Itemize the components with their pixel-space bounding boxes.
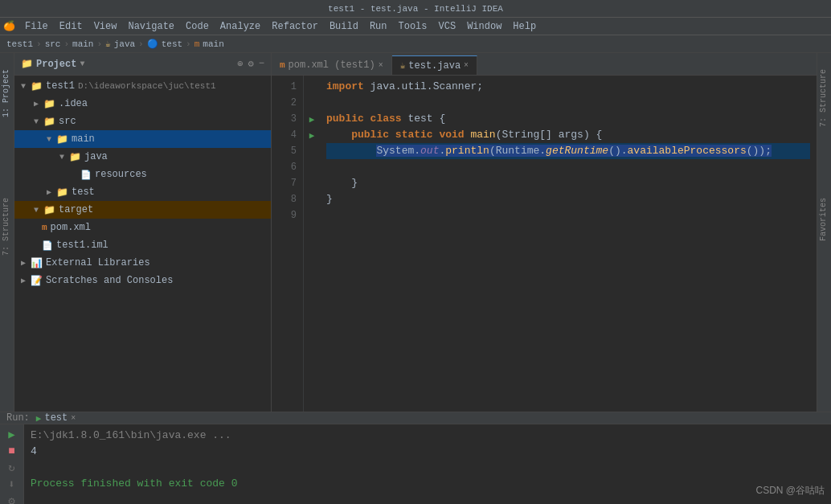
run-settings-button[interactable]: ⚙ [8,494,14,504]
menu-file[interactable]: File [20,19,53,34]
app-icon: 🍊 [3,20,15,32]
tree-path-test1: D:\ideaworkspace\juc\test1 [78,81,216,91]
menu-analyze[interactable]: Analyze [215,19,265,34]
scope-icon[interactable]: ⊕ [237,58,243,70]
tab-pom-icon: m [280,60,285,70]
breadcrumb-main[interactable]: main [72,39,93,49]
tree-item-src[interactable]: 📁 src [14,113,271,130]
tab-pom-close[interactable]: × [379,61,383,70]
breadcrumb: test1 › src › main › ☕ java › 🔵 test › m… [0,35,831,53]
breadcrumb-main-method[interactable]: main [203,39,223,49]
arrow-src [34,117,42,126]
menu-help[interactable]: Help [508,19,541,34]
run-gutters: ▶ ▶ [304,76,320,412]
code-line-5: System.out.println(Runtime.getRuntime().… [326,143,810,159]
run-panel-header: Run: ▶ test × [0,412,831,424]
file-icon-iml: 📄 [42,240,53,251]
run-tab-label: test [44,412,68,424]
folder-icon-test: 📁 [56,186,68,199]
menu-code[interactable]: Code [181,19,214,34]
tree-label-idea: .idea [59,98,88,109]
tree-item-test[interactable]: 📁 test [14,183,271,201]
run-toolbar: ▶ ■ ↻ ⬇ ⚙ [0,424,24,504]
code-line-4: public static void main(String[] args) { [326,127,810,143]
run-scroll-end-button[interactable]: ⬇ [8,477,14,491]
tree-label-iml: test1.iml [56,240,108,251]
arrow-target [34,206,42,215]
line-numbers: 1 2 3 4 5 6 7 8 9 [272,76,304,412]
breadcrumb-java-icon: ☕ [105,39,111,49]
run-gutter-method[interactable]: ▶ [309,130,315,141]
run-cmd-line: E:\jdk1.8.0_161\bin\java.exe ... [31,428,825,444]
structure-label[interactable]: 7: Structure [819,69,828,127]
menu-bar: 🍊 File Edit View Navigate Code Analyze R… [0,18,831,35]
tree-label-scratches: Scratches and Consoles [46,275,173,286]
code-content[interactable]: import java.util.Scanner; public class t… [320,76,817,412]
main-layout: 1: Project 7: Structure 📁 Project ▼ ⊕ ⚙ … [0,53,831,412]
run-tab-close[interactable]: × [71,414,76,423]
menu-window[interactable]: Window [462,19,506,34]
menu-run[interactable]: Run [365,19,392,34]
folder-icon: 📁 [21,58,33,70]
tree-item-test1[interactable]: 📁 test1 D:\ideaworkspace\juc\test1 [14,77,271,95]
run-result-line: 4 [31,444,825,460]
favorites-label[interactable]: Favorites [819,198,828,241]
menu-refactor[interactable]: Refactor [267,19,323,34]
tab-java-label: test.java [408,60,461,72]
menu-view[interactable]: View [89,19,122,34]
folder-icon-main: 📁 [56,133,68,145]
tree-item-java[interactable]: 📁 java [14,148,271,166]
folder-icon-src: 📁 [43,116,55,128]
menu-edit[interactable]: Edit [55,19,88,34]
tree-item-main[interactable]: 📁 main [14,130,271,148]
tree-item-target[interactable]: 📁 target [14,201,271,219]
tree-item-pom[interactable]: m pom.xml [14,219,271,236]
tree-label-test1: test1 [46,80,75,92]
run-exit-line: Process finished with exit code 0 [31,476,825,492]
folder-icon-target: 📁 [43,204,55,216]
breadcrumb-test1[interactable]: test1 [6,39,33,49]
tab-java-close[interactable]: × [464,61,469,70]
run-panel: Run: ▶ test × ▶ ■ ↻ ⬇ ⚙ E:\jdk1.8.0_161\… [0,412,831,504]
menu-vcs[interactable]: VCS [434,19,461,34]
breadcrumb-java[interactable]: java [114,39,135,49]
tree-label-main: main [72,133,95,145]
arrow-scratches [21,276,29,285]
run-tab-test[interactable]: ▶ test × [36,412,76,424]
tree-label-target: target [59,204,93,215]
run-play-button[interactable]: ▶ [8,428,14,441]
breadcrumb-test[interactable]: test [162,39,182,49]
run-rerun-button[interactable]: ↻ [8,461,14,474]
run-label: Run: [6,412,30,424]
tab-testjava[interactable]: ☕ test.java × [392,55,477,75]
project-title: 📁 Project ▼ [21,58,84,70]
project-tree: 📁 test1 D:\ideaworkspace\juc\test1 📁 .id… [14,76,271,412]
tree-item-iml[interactable]: 📄 test1.iml [14,236,271,254]
arrow-idea [34,99,42,109]
menu-build[interactable]: Build [325,19,363,34]
folder-icon-idea: 📁 [43,98,55,110]
code-line-1: import java.util.Scanner; [326,79,810,95]
code-line-9 [326,207,810,223]
run-gutter-class[interactable]: ▶ [309,114,315,125]
run-stop-button[interactable]: ■ [8,445,14,457]
tree-item-external-libs[interactable]: 📊 External Libraries [14,254,271,272]
tree-item-scratches[interactable]: 📝 Scratches and Consoles [14,272,271,289]
minimize-icon[interactable]: − [259,58,264,70]
arrow-external [21,258,29,268]
title-text: test1 - test.java - IntelliJ IDEA [328,4,503,14]
tab-pom[interactable]: m pom.xml (test1) × [272,55,392,75]
tree-item-idea[interactable]: 📁 .idea [14,95,271,113]
project-sidebar-label[interactable]: 1: Project [2,69,10,117]
structure-sidebar-label[interactable]: 7: Structure [2,198,10,256]
menu-tools[interactable]: Tools [394,19,432,34]
menu-navigate[interactable]: Navigate [123,19,179,34]
breadcrumb-src[interactable]: src [45,39,61,49]
gear-icon[interactable]: ⚙ [248,58,254,70]
tree-label-pom: pom.xml [51,222,91,233]
run-tab-icon: ▶ [36,413,42,424]
dropdown-icon[interactable]: ▼ [80,59,84,68]
tree-label-test: test [72,186,95,198]
tree-item-resources[interactable]: 📄 resources [14,166,271,183]
folder-icon-java: 📁 [69,151,81,163]
